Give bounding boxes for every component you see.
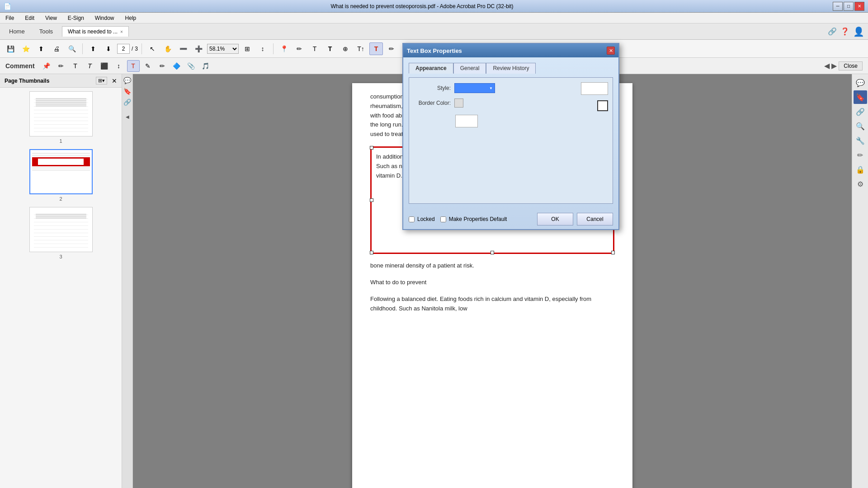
comment-sticky-btn[interactable]: 📌 xyxy=(40,60,53,72)
pan-tool-button[interactable]: ✋ xyxy=(161,42,175,55)
thumbnail-img-2 xyxy=(29,149,93,194)
thumbnail-page-1[interactable]: 1 xyxy=(29,91,93,144)
handle-mid-left[interactable] xyxy=(370,198,373,202)
tab-bar-right: 🔗 ❓ 👤 xyxy=(828,26,864,37)
comment-audio-btn[interactable]: 🎵 xyxy=(199,60,212,72)
strip-bookmark-icon[interactable]: 🔖 xyxy=(123,87,132,96)
comment-pencil-btn[interactable]: ✏ xyxy=(156,60,169,72)
dialog-tab-review-history[interactable]: Review History xyxy=(486,63,536,74)
profile-icon[interactable]: 👤 xyxy=(853,26,864,37)
dialog-tab-appearance[interactable]: Appearance xyxy=(409,63,453,74)
annotation-btn-textbox[interactable]: T xyxy=(369,42,383,55)
border-color-row: Border Color: xyxy=(415,99,607,108)
right-icon-lock[interactable]: 🔒 xyxy=(854,163,867,176)
comment-free-btn[interactable]: ✎ xyxy=(142,60,154,72)
thumbnail-inner-3 xyxy=(34,211,88,248)
tab-home[interactable]: Home xyxy=(4,26,30,37)
print-button[interactable]: 🖨 xyxy=(50,42,63,55)
comment-cursor-btn[interactable]: ↕ xyxy=(113,60,125,72)
window-title: What is needed to prevent osteoporosis.p… xyxy=(11,3,833,9)
fit-width-button[interactable]: ↕ xyxy=(256,42,269,55)
handle-bot-right[interactable] xyxy=(611,251,615,254)
thumbnail-page-3[interactable]: 3 xyxy=(29,207,93,259)
comment-text-btn[interactable]: T xyxy=(69,60,82,72)
sidebar-close-icon[interactable]: ✕ xyxy=(112,77,117,84)
strip-link-icon[interactable]: 🔗 xyxy=(123,98,132,107)
comment-attach-btn[interactable]: 📎 xyxy=(185,60,198,72)
zoom-select[interactable]: 58.1% 50% 75% 100% xyxy=(207,44,239,54)
text-box-properties-dialog[interactable]: Text Box Properties ✕ Appearance General… xyxy=(402,43,619,230)
annotation-btn-7[interactable]: ✏ xyxy=(385,42,398,55)
menu-edit[interactable]: Edit xyxy=(23,14,36,22)
thumbnail-num-3: 3 xyxy=(59,254,62,259)
upload-button[interactable]: ⬆ xyxy=(34,42,48,55)
right-icon-comment[interactable]: 💬 xyxy=(854,76,867,89)
menu-window[interactable]: Window xyxy=(93,14,116,22)
annotation-btn-4[interactable]: T xyxy=(323,42,337,55)
tab-close-button[interactable]: × xyxy=(120,29,123,34)
cancel-button[interactable]: Cancel xyxy=(577,213,613,225)
page-number-input[interactable] xyxy=(117,44,130,54)
comment-shape-btn[interactable]: ⬛ xyxy=(98,60,111,72)
handle-top-left[interactable] xyxy=(370,146,373,150)
zoom-out-button[interactable]: ➖ xyxy=(176,42,190,55)
thumbnail-page-2[interactable]: 2 xyxy=(29,149,93,202)
page-sep: / xyxy=(132,46,133,52)
zoom-in-button[interactable]: ➕ xyxy=(192,42,205,55)
toolbar-sep-3 xyxy=(273,43,274,54)
left-sidebar: Page Thumbnails ⊞▾ ✕ xyxy=(0,74,122,488)
style-select[interactable]: ▼ xyxy=(454,83,495,93)
right-icon-search[interactable]: 🔍 xyxy=(854,119,867,133)
menu-file[interactable]: File xyxy=(4,14,16,22)
close-comment-toolbar-btn[interactable]: Close xyxy=(839,61,863,70)
dialog-tab-general[interactable]: General xyxy=(453,63,486,74)
right-icon-link[interactable]: 🔗 xyxy=(854,105,867,118)
comment-textbox-btn[interactable]: T xyxy=(127,60,140,72)
make-default-checkbox[interactable] xyxy=(440,216,446,222)
comment-stamp-btn[interactable]: 🔷 xyxy=(170,60,183,72)
menu-esign[interactable]: E-Sign xyxy=(66,14,86,22)
dialog-close-button[interactable]: ✕ xyxy=(607,47,615,55)
save-button[interactable]: 💾 xyxy=(4,42,17,55)
bookmark-button[interactable]: ⭐ xyxy=(19,42,33,55)
handle-bot-mid[interactable] xyxy=(491,251,494,254)
menu-view[interactable]: View xyxy=(43,14,59,22)
search-button[interactable]: 🔍 xyxy=(65,42,79,55)
grid-view-btn[interactable]: ⊞▾ xyxy=(96,77,107,84)
tab-document[interactable]: What is needed to ... × xyxy=(62,26,129,37)
style-value xyxy=(457,84,484,92)
menu-help[interactable]: Help xyxy=(123,14,138,22)
annotation-btn-3[interactable]: T xyxy=(308,42,321,55)
minimize-button[interactable]: ─ xyxy=(833,2,843,11)
thumbnail-img-3 xyxy=(29,207,93,252)
ok-button[interactable]: OK xyxy=(537,213,573,225)
close-button[interactable]: ✕ xyxy=(854,2,864,11)
help-icon[interactable]: ❓ xyxy=(840,27,849,36)
strip-comment-icon[interactable]: 💬 xyxy=(123,76,132,85)
fit-page-button[interactable]: ⊞ xyxy=(241,42,254,55)
share-icon[interactable]: 🔗 xyxy=(828,27,837,36)
next-page-button[interactable]: ⬇ xyxy=(102,42,115,55)
handle-bot-left[interactable] xyxy=(370,251,373,254)
chevron-left-icon[interactable]: ◀ xyxy=(824,61,830,70)
annotation-btn-5[interactable]: ⊕ xyxy=(339,42,352,55)
annotation-btn-6[interactable]: T↑ xyxy=(354,42,368,55)
comment-highlight-btn[interactable]: ✏ xyxy=(55,60,67,72)
annotation-btn-2[interactable]: ✏ xyxy=(292,42,306,55)
chevron-right-icon[interactable]: ▶ xyxy=(831,61,837,70)
annotation-btn-1[interactable]: 📍 xyxy=(277,42,291,55)
right-icon-edit[interactable]: ✏ xyxy=(854,148,867,162)
locked-checkbox[interactable] xyxy=(409,216,415,222)
maximize-button[interactable]: □ xyxy=(844,2,854,11)
prev-page-button[interactable]: ⬆ xyxy=(86,42,100,55)
comment-text2-btn[interactable]: T xyxy=(84,60,96,72)
right-icon-tools[interactable]: 🔧 xyxy=(854,134,867,147)
style-dropdown-arrow: ▼ xyxy=(489,86,493,90)
right-icon-settings[interactable]: ⚙ xyxy=(854,177,867,191)
border-color-swatch[interactable] xyxy=(454,99,463,108)
select-tool-button[interactable]: ↖ xyxy=(146,42,159,55)
tab-tools[interactable]: Tools xyxy=(34,26,58,37)
tab-document-label: What is needed to ... xyxy=(68,28,118,35)
strip-pan-icon[interactable]: ◀ xyxy=(123,112,132,121)
right-icon-bookmark[interactable]: 🔖 xyxy=(854,90,867,104)
